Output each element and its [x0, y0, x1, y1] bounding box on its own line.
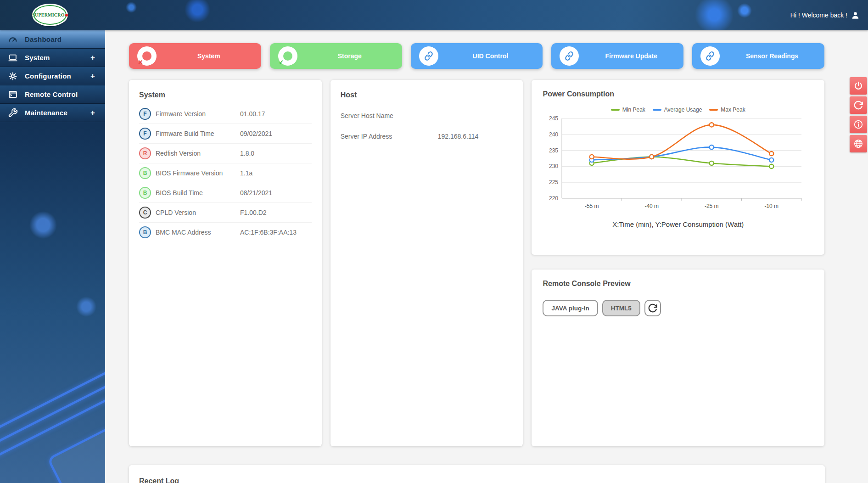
expand-plus-icon: + [90, 72, 98, 81]
main-content: ✕ System ✓ Storage UID Control [105, 30, 868, 483]
expand-plus-icon: + [90, 53, 98, 62]
row-value: 1.1a [240, 169, 252, 177]
sidebar-item-maintenance[interactable]: Maintenance + [0, 104, 105, 122]
bios-badge-icon: B [139, 187, 151, 199]
network-button[interactable] [850, 135, 867, 152]
card-title: Host [341, 91, 513, 99]
top-navbar: SUPERMICRO Hi ! Welcome back ! [0, 0, 868, 30]
java-plugin-button[interactable]: JAVA plug-in [543, 300, 598, 316]
quick-button-label: Firmware Update [579, 52, 683, 60]
sidebar-item-label: Maintenance [25, 109, 90, 117]
sidebar-item-label: Dashboard [25, 35, 98, 43]
html5-button[interactable]: HTML5 [602, 300, 640, 316]
expand-plus-icon: + [90, 108, 98, 118]
row-value: 08/21/2021 [240, 189, 272, 197]
svg-text:240: 240 [549, 131, 558, 138]
gear-icon [7, 71, 18, 82]
system-card: System F Firmware Version 01.00.17 F Fir… [129, 80, 322, 446]
system-row-redfish-version: R Redfish Version 1.8.0 [139, 143, 312, 163]
sidebar-item-remote-control[interactable]: Remote Control [0, 85, 105, 104]
quick-actions-row: ✕ System ✓ Storage UID Control [129, 43, 824, 69]
uid-control-button[interactable]: UID Control [411, 43, 543, 69]
power-control-button[interactable] [850, 77, 867, 95]
system-row-cpld-version: C CPLD Version F1.00.D2 [139, 202, 312, 222]
refresh-icon [648, 303, 658, 313]
globe-icon [853, 139, 863, 149]
sidebar-item-label: Configuration [25, 72, 90, 80]
bios-badge-icon: B [139, 167, 151, 179]
link-icon [559, 45, 580, 67]
svg-text:-40 m: -40 m [645, 203, 659, 209]
user-menu[interactable]: Hi ! Welcome back ! [790, 0, 860, 30]
sidebar-item-configuration[interactable]: Configuration + [0, 67, 105, 85]
logo-text: SUPERMICRO [32, 12, 64, 17]
svg-text:235: 235 [549, 147, 558, 154]
row-value: 01.00.17 [240, 110, 265, 118]
row-value: 192.168.6.114 [438, 133, 479, 140]
system-row-bios-firmware-version: B BIOS Firmware Version 1.1a [139, 163, 312, 183]
logo-dot [65, 14, 68, 17]
side-action-panel [850, 77, 867, 152]
svg-text:225: 225 [549, 179, 558, 185]
system-row-bios-build-time: B BIOS Build Time 08/21/2021 [139, 183, 312, 202]
row-value: F1.00.D2 [240, 209, 267, 216]
storage-status-button[interactable]: ✓ Storage [270, 43, 402, 69]
sidebar-item-label: System [25, 54, 90, 62]
quick-button-label: System [157, 52, 261, 60]
info-button[interactable] [850, 116, 867, 133]
legend-swatch [653, 109, 661, 111]
legend-swatch [611, 109, 620, 111]
console-refresh-button[interactable] [644, 300, 661, 316]
card-title: Recent Log [139, 477, 815, 483]
firmware-badge-icon: F [139, 108, 151, 120]
quick-button-label: UID Control [438, 52, 543, 60]
sidebar-item-system[interactable]: System + [0, 49, 105, 67]
sensor-readings-button[interactable]: Sensor Readings [692, 43, 824, 69]
legend-item[interactable]: Min Peak [611, 107, 645, 113]
link-icon [418, 45, 439, 67]
welcome-text: Hi ! Welcome back ! [790, 11, 847, 19]
ring-check-icon: ✓ [278, 46, 297, 66]
redfish-badge-icon: R [139, 147, 151, 159]
system-row-bmc-mac-address: B BMC MAC Address AC:1F:6B:3F:AA:13 [139, 222, 312, 242]
power-consumption-chart: 220225230235240245-55 m-40 m-25 m-10 m [543, 115, 813, 216]
system-row-firmware-version: F Firmware Version 01.00.17 [139, 104, 312, 124]
system-status-button[interactable]: ✕ System [129, 43, 261, 69]
power-consumption-card: Power Consumption Min PeakAverage UsageM… [532, 80, 824, 255]
sidebar-item-dashboard[interactable]: Dashboard [0, 30, 105, 49]
terminal-icon [7, 89, 18, 100]
firmware-badge-icon: F [139, 128, 151, 140]
quick-button-label: Storage [297, 52, 402, 60]
legend-item[interactable]: Average Usage [653, 107, 702, 113]
row-value: 09/02/2021 [240, 130, 272, 137]
supermicro-logo[interactable]: SUPERMICRO [32, 4, 68, 26]
link-icon [699, 45, 721, 67]
card-title: Power Consumption [543, 90, 813, 98]
cpld-badge-icon: C [139, 207, 151, 219]
legend-item[interactable]: Max Peak [709, 107, 745, 113]
info-icon [853, 119, 863, 129]
refresh-button[interactable] [850, 96, 867, 114]
sidebar: Dashboard System + Configuration + Remot… [0, 30, 105, 483]
power-icon [853, 81, 863, 91]
legend-swatch [709, 109, 718, 111]
card-title: System [139, 91, 312, 99]
sidebar-item-label: Remote Control [25, 90, 98, 98]
legend-label: Average Usage [664, 107, 702, 113]
remote-console-card: Remote Console Preview JAVA plug-in HTML… [532, 270, 824, 446]
laptop-icon [7, 52, 18, 63]
user-icon [851, 11, 860, 20]
system-row-firmware-build-time: F Firmware Build Time 09/02/2021 [139, 124, 312, 143]
bmc-badge-icon: B [139, 226, 151, 238]
firmware-update-button[interactable]: Firmware Update [551, 43, 683, 69]
svg-text:-25 m: -25 m [705, 203, 719, 209]
sidebar-circuit-decoration [0, 382, 105, 483]
host-row-server-ip-address: Server IP Address 192.168.6.114 [341, 126, 513, 146]
ring-cross-icon: ✕ [137, 46, 157, 66]
card-title: Remote Console Preview [543, 280, 813, 288]
svg-text:220: 220 [549, 195, 558, 202]
refresh-icon [853, 100, 863, 110]
legend-label: Max Peak [721, 107, 745, 113]
host-card: Host Server Host Name Server IP Address … [330, 80, 523, 446]
quick-button-label: Sensor Readings [720, 52, 824, 60]
